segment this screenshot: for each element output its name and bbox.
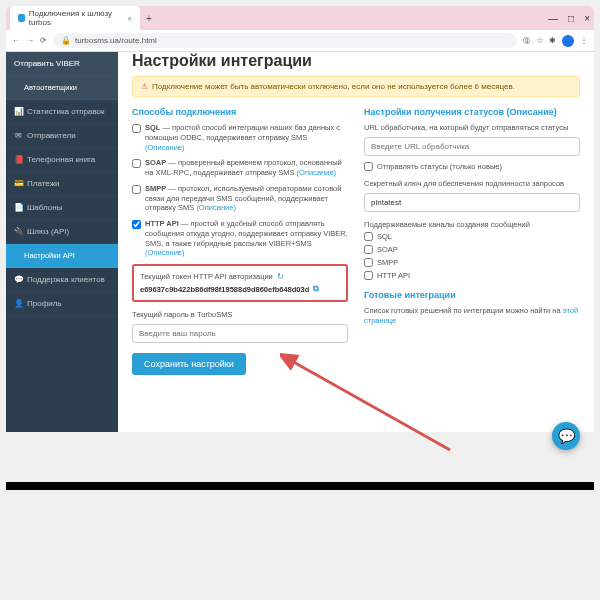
plug-icon: 🔌: [14, 227, 22, 236]
book-icon: 📕: [14, 155, 22, 164]
connection-methods-title: Способы подключения: [132, 107, 348, 117]
nav-back-icon[interactable]: ←: [12, 36, 20, 45]
window-close-icon[interactable]: ×: [584, 13, 590, 24]
warning-icon: ⚠: [141, 82, 148, 91]
chart-icon: 📊: [14, 107, 22, 116]
page-title: Настройки интеграции: [132, 52, 580, 70]
password-input[interactable]: [132, 324, 348, 343]
main-content: Настройки интеграции ⚠ Подключение может…: [118, 52, 594, 432]
nav-reload-icon[interactable]: ⟳: [40, 36, 47, 45]
new-only-checkbox-row[interactable]: Отправлять статусы (только новые): [364, 162, 580, 171]
token-label: Текущий токен HTTP API авторизации: [140, 272, 273, 281]
sidebar: Отправить VIBER Автоответщики 📊Статистик…: [6, 52, 118, 432]
save-button[interactable]: Сохранить настройки: [132, 353, 246, 375]
sidebar-item-api-settings[interactable]: Настройки API: [6, 244, 118, 268]
window-maximize-icon[interactable]: □: [568, 13, 574, 24]
smpp-checkbox-row[interactable]: SMPP — протокол, используемый операторам…: [132, 184, 348, 213]
profile-avatar[interactable]: [562, 35, 574, 47]
ready-integrations-title: Готовые интеграции: [364, 290, 580, 300]
browser-tab[interactable]: Подключения к шлюзу turbos ×: [10, 6, 140, 30]
sidebar-item-profile[interactable]: 👤Профиль: [6, 292, 118, 316]
sidebar-item-phonebook[interactable]: 📕Телефонная книга: [6, 148, 118, 172]
token-value: e69637c9b422b86df98f19588d9d860efb648d03…: [140, 285, 309, 294]
channel-smpp-row[interactable]: SMPP: [364, 258, 580, 267]
tab-close-icon[interactable]: ×: [127, 14, 132, 23]
channel-sql-row[interactable]: SQL: [364, 232, 580, 241]
channel-soap-checkbox[interactable]: [364, 245, 373, 254]
sidebar-item-autoresponders[interactable]: Автоответщики: [6, 76, 118, 100]
sidebar-item-payments[interactable]: 💳Платежи: [6, 172, 118, 196]
share-icon[interactable]: ☆: [536, 36, 543, 45]
token-box: Текущий токен HTTP API авторизации ↻ e69…: [132, 264, 348, 302]
menu-icon[interactable]: ⋮: [580, 36, 588, 45]
sql-checkbox[interactable]: [132, 124, 141, 133]
chat-bubble-icon: 💬: [558, 428, 575, 444]
extensions-icon[interactable]: ✱: [549, 36, 556, 45]
lock-icon: 🔒: [61, 36, 71, 45]
chat-fab[interactable]: 💬: [552, 422, 580, 450]
envelope-icon: ✉: [14, 131, 22, 140]
channel-http-checkbox[interactable]: [364, 271, 373, 280]
new-only-checkbox[interactable]: [364, 162, 373, 171]
ready-integrations-text: Список готовых решений по интеграции мож…: [364, 306, 580, 326]
soap-checkbox[interactable]: [132, 159, 141, 168]
sidebar-item-gateway[interactable]: 🔌Шлюз (API): [6, 220, 118, 244]
warning-alert: ⚠ Подключение может быть автоматически о…: [132, 76, 580, 97]
sidebar-item-support[interactable]: 💬Поддержка клиентов: [6, 268, 118, 292]
url-handler-label: URL обработчика, на который будут отправ…: [364, 123, 580, 132]
nav-forward-icon[interactable]: →: [26, 36, 34, 45]
soap-checkbox-row[interactable]: SOAP — проверенный временем протокол, ос…: [132, 158, 348, 178]
channel-soap-row[interactable]: SOAP: [364, 245, 580, 254]
window-minimize-icon[interactable]: —: [548, 13, 558, 24]
doc-icon: 📄: [14, 203, 22, 212]
browser-tab-bar: Подключения к шлюзу turbos × + — □ ×: [6, 6, 594, 30]
sidebar-item-statistics[interactable]: 📊Статистика отправок: [6, 100, 118, 124]
secret-key-label: Секретный ключ для обеспечения подлиннос…: [364, 179, 580, 188]
http-checkbox-row[interactable]: HTTP API — простой и удобный способ отпр…: [132, 219, 348, 258]
translate-icon[interactable]: ⓖ: [523, 36, 530, 46]
new-tab-button[interactable]: +: [146, 13, 152, 24]
http-checkbox[interactable]: [132, 220, 141, 229]
url-handler-input[interactable]: [364, 137, 580, 156]
card-icon: 💳: [14, 179, 22, 188]
url-input[interactable]: 🔒 turbosms.ua/route.html: [53, 33, 517, 48]
copy-token-icon[interactable]: ⧉: [313, 284, 319, 294]
sidebar-item-send-viber[interactable]: Отправить VIBER: [6, 52, 118, 76]
channel-smpp-checkbox[interactable]: [364, 258, 373, 267]
channel-sql-checkbox[interactable]: [364, 232, 373, 241]
secret-key-input[interactable]: [364, 193, 580, 212]
password-label: Текущий пароль в TurboSMS: [132, 310, 348, 319]
sql-checkbox-row[interactable]: SQL SQL — простой способ интеграции наши…: [132, 123, 348, 152]
address-bar: ← → ⟳ 🔒 turbosms.ua/route.html ⓖ ☆ ✱ ⋮: [6, 30, 594, 52]
user-icon: 👤: [14, 299, 22, 308]
sidebar-item-senders[interactable]: ✉Отправители: [6, 124, 118, 148]
status-settings-title: Настройки получения статусов (Описание): [364, 107, 580, 117]
chat-icon: 💬: [14, 275, 22, 284]
tab-favicon: [18, 14, 25, 22]
sidebar-item-templates[interactable]: 📄Шаблоны: [6, 196, 118, 220]
smpp-checkbox[interactable]: [132, 185, 141, 194]
channel-http-row[interactable]: HTTP API: [364, 271, 580, 280]
tab-title: Подключения к шлюзу turbos: [29, 9, 120, 27]
refresh-token-icon[interactable]: ↻: [277, 272, 284, 281]
channels-label: Поддерживаемые каналы создания сообщений: [364, 220, 580, 229]
